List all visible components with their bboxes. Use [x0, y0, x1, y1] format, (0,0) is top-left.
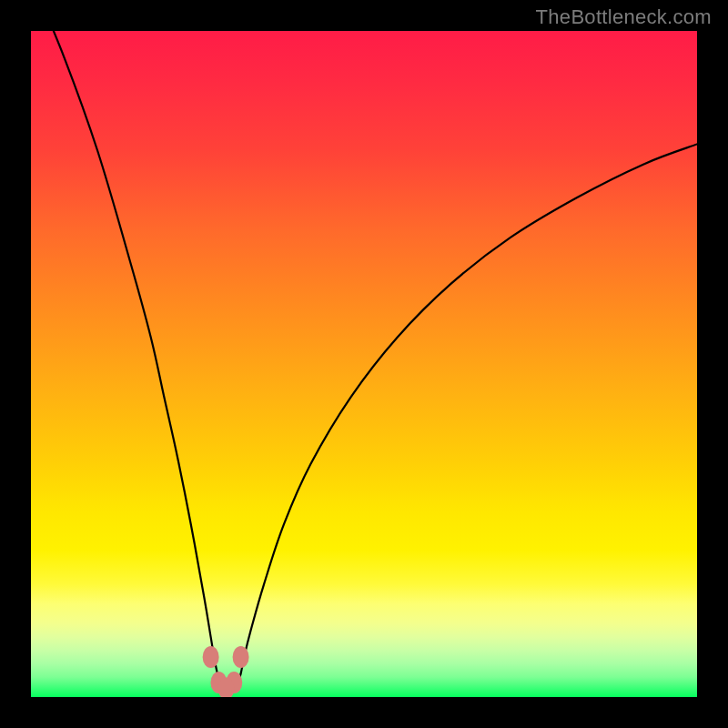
marker-dot — [233, 646, 249, 668]
watermark-text: TheBottleneck.com — [536, 5, 712, 29]
plot-area — [31, 31, 697, 697]
chart-svg — [31, 31, 697, 697]
marker-dot — [203, 646, 219, 668]
bottleneck-curve — [31, 31, 697, 691]
chart-container: TheBottleneck.com — [0, 0, 728, 728]
